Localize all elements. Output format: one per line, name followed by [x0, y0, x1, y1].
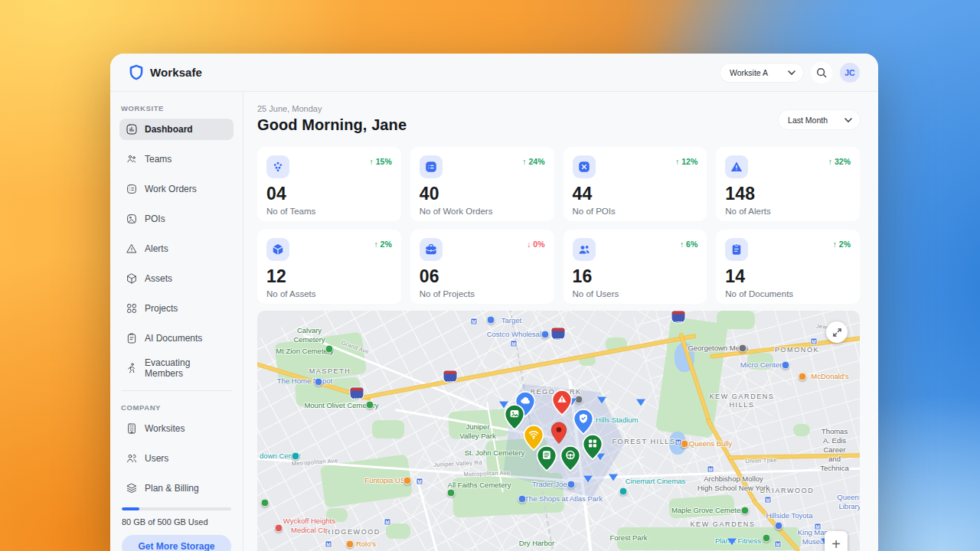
- steering-map-pin[interactable]: [560, 445, 581, 474]
- teams-icon: [126, 153, 138, 165]
- poi-marker: [275, 524, 283, 533]
- poi-marker: [447, 489, 456, 497]
- poi-marker: [261, 499, 270, 507]
- billing-icon: [126, 482, 138, 494]
- map-zoom-in-button[interactable]: +: [825, 531, 848, 551]
- search-button[interactable]: [811, 62, 832, 83]
- map-label-micro-center: Micro Center: [740, 360, 782, 370]
- poi-marker: [619, 487, 628, 496]
- map-label-the-home-depot: The Home Depot: [277, 377, 332, 386]
- map-label-kew-gardens-hills: KEW GARDENS HILLS: [709, 393, 774, 410]
- projects-icon: [420, 238, 443, 261]
- poi-marker: [799, 373, 807, 381]
- delta-badge: ↑ 2%: [833, 240, 851, 249]
- route-shield-495: 495: [444, 371, 457, 383]
- map-label-maple-grove-cemetery: Maple Grove Cemetery: [671, 506, 746, 515]
- date-range-selector[interactable]: Last Month: [779, 110, 860, 129]
- map-label-wyckoff-heights-medical-ctr: Wyckoff Heights Medical Ctr: [283, 517, 335, 535]
- map-label-maspeth: MASPETH: [309, 367, 351, 376]
- chevron-down-icon: [788, 70, 795, 75]
- map-label-cinemart-cinemas: Cinemart Cinemas: [626, 477, 686, 486]
- member-location-triangle[interactable]: [636, 399, 645, 406]
- expand-icon: [832, 328, 842, 337]
- app-window: Worksafe Worksite A JC WORKSITE Dashboar…: [110, 54, 878, 551]
- map-label-st-john-cemetery: St. John Cemetery: [465, 448, 525, 458]
- stat-label: No of Documents: [725, 289, 851, 298]
- sidebar-item-dashboard[interactable]: Dashboard: [119, 119, 234, 140]
- route-shield-495: 495: [552, 328, 565, 340]
- chevron-down-icon: [844, 118, 852, 122]
- map-label-hillside-toyota: Hillside Toyota: [766, 511, 812, 520]
- user-avatar[interactable]: JC: [840, 63, 860, 83]
- delta-badge: ↑ 12%: [675, 157, 697, 166]
- sidebar-item-pois[interactable]: POIs: [119, 208, 234, 230]
- map-label-dry-harbor: Dry Harbor: [519, 539, 554, 548]
- poi-marker: [518, 495, 527, 504]
- worksite-selector[interactable]: Worksite A: [720, 64, 803, 82]
- app-header: Worksafe Worksite A JC: [110, 54, 878, 92]
- poi-marker: [346, 540, 354, 549]
- member-location-triangle[interactable]: [727, 539, 737, 546]
- stat-card-no-of-alerts: ↑ 32% 148 No of Alerts: [716, 147, 860, 221]
- users-icon: [573, 238, 596, 261]
- poi-marker: [775, 522, 783, 530]
- delta-badge: ↑ 32%: [828, 157, 851, 166]
- assets-icon: [266, 238, 289, 261]
- sidebar-item-worksites[interactable]: Worksites: [119, 418, 234, 439]
- member-location-triangle[interactable]: [609, 474, 618, 481]
- map-label-juniper-valley-park: Juniper Valley Park: [459, 422, 495, 441]
- sidebar-item-teams[interactable]: Teams: [119, 148, 234, 170]
- stat-value: 16: [573, 266, 698, 287]
- sidebar-section-worksite: WORKSITE: [121, 104, 234, 112]
- map-label-forest-park: Forest Park: [609, 533, 647, 543]
- stat-card-no-of-assets: ↑ 2% 12 No of Assets: [257, 230, 401, 304]
- list-map-pin[interactable]: [537, 445, 557, 474]
- header-actions: Worksite A JC: [720, 62, 860, 83]
- documents-icon: [725, 238, 748, 261]
- sidebar-item-users[interactable]: Users: [119, 448, 234, 469]
- page-topbar: 25 June, Monday Good Morning, Jane Last …: [257, 104, 860, 134]
- member-location-triangle[interactable]: [583, 476, 593, 483]
- poi-marker: [739, 344, 747, 353]
- map-label-trader-joe-s: Trader Joe's: [532, 480, 572, 489]
- stat-value: 12: [266, 266, 392, 287]
- poi-marker: [541, 331, 550, 339]
- poi-marker: [403, 477, 412, 485]
- get-more-storage-button[interactable]: Get More Storage: [122, 535, 231, 551]
- stat-value: 148: [725, 184, 851, 204]
- sidebar-item-label: AI Documents: [145, 333, 202, 344]
- sidebar-item-work-orders[interactable]: Work Orders: [119, 178, 234, 200]
- member-location-triangle[interactable]: [597, 397, 606, 404]
- sidebar-item-alerts[interactable]: Alerts: [119, 238, 234, 259]
- image-map-pin[interactable]: [505, 404, 525, 433]
- stat-value: 40: [420, 184, 545, 204]
- projects-icon: [126, 302, 138, 315]
- subway-station-icon: M: [384, 519, 391, 526]
- sidebar-item-label: Dashboard: [145, 124, 193, 135]
- sidebar-item-label: Work Orders: [145, 184, 197, 194]
- route-shield-478: 478: [672, 311, 685, 323]
- park-area: [372, 420, 404, 439]
- company-nav: WorksitesUsersPlan & Billing: [119, 418, 234, 507]
- location-map-pin[interactable]: [550, 422, 567, 448]
- dashboard-icon: [126, 123, 138, 135]
- sidebar-item-evacuating-members[interactable]: Evacuating Members: [119, 357, 234, 379]
- worksite-map[interactable]: MASPETHREGO PARKFOREST HILLSPOMONOKKEW G…: [257, 311, 860, 551]
- sidebar-item-assets[interactable]: Assets: [119, 268, 234, 289]
- map-expand-button[interactable]: [826, 321, 848, 343]
- map-label-calvary-cemetery: Calvary Cemetery: [293, 326, 325, 344]
- sidebar-item-plan-billing[interactable]: Plan & Billing: [119, 478, 234, 499]
- subway-station-icon: M: [811, 338, 818, 345]
- delta-badge: ↑ 2%: [374, 240, 391, 249]
- stat-card-no-of-teams: ↑ 15% 04 No of Teams: [257, 147, 401, 221]
- sidebar-item-label: POIs: [145, 214, 165, 224]
- sidebar-item-ai-documents[interactable]: AI Documents: [119, 328, 234, 349]
- subway-station-icon: M: [765, 497, 772, 504]
- worksafe-shield-logo-icon: [129, 64, 144, 81]
- grid-map-pin[interactable]: [583, 434, 603, 463]
- map-label-rolo-s: Rolo's: [356, 540, 376, 549]
- poi-marker: [487, 316, 495, 324]
- stat-label: No of Teams: [266, 207, 392, 216]
- sidebar-item-projects[interactable]: Projects: [119, 298, 234, 319]
- alert-map-pin[interactable]: [552, 390, 573, 419]
